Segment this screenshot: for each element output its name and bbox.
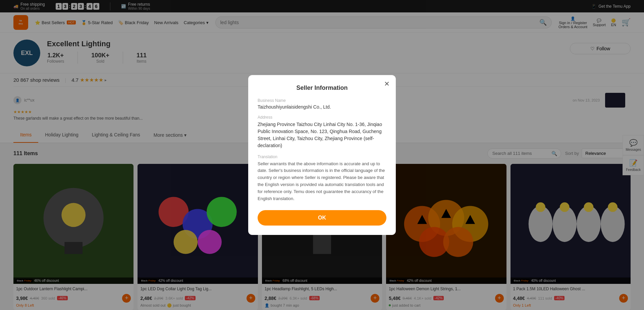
translation-text: Seller warrants that the above informati… — [258, 161, 386, 202]
translation-label: Translation — [258, 154, 386, 159]
business-name-value: Taizhoushiyunlaisidengshi Co., Ltd. — [258, 104, 386, 110]
modal-close-button[interactable]: ✕ — [384, 80, 390, 88]
address-label: Address — [258, 115, 386, 120]
address-value: Zhejiang Province Taizhou City Linhai Ci… — [258, 121, 386, 149]
modal-title: Seller Information — [258, 84, 386, 91]
business-name-label: Business Name — [258, 98, 386, 103]
seller-info-modal: ✕ Seller Information Business Name Taizh… — [248, 75, 396, 235]
modal-ok-button[interactable]: OK — [258, 210, 386, 226]
modal-overlay[interactable]: ✕ Seller Information Business Name Taizh… — [0, 0, 644, 310]
